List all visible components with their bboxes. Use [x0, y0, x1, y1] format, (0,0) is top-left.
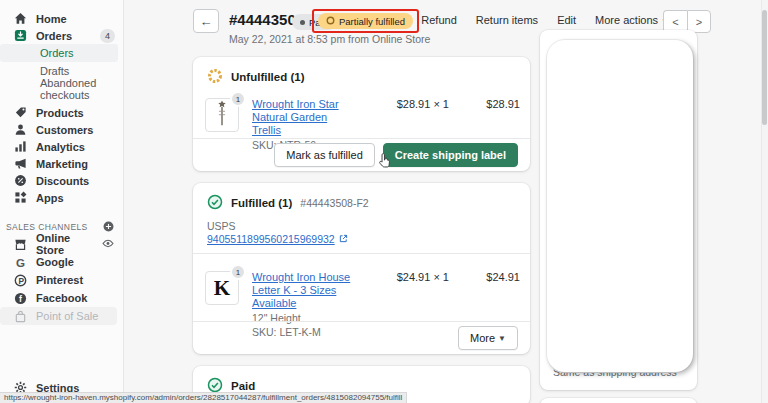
sidebar-item-label: Pinterest	[36, 274, 83, 286]
sidebar-item-apps[interactable]: Apps	[0, 189, 123, 206]
fulfilled-check-icon	[207, 194, 223, 212]
refund-button[interactable]: Refund	[421, 14, 456, 26]
sidebar-item-point-of-sale[interactable]: Point of Sale	[0, 307, 117, 325]
sidebar-item-marketing[interactable]: Marketing	[0, 155, 123, 172]
unfulfilled-title: Unfulfilled (1)	[231, 71, 304, 83]
sidebar-item-home[interactable]: Home	[0, 10, 123, 27]
back-button[interactable]: ←	[193, 9, 219, 33]
more-button[interactable]: More▼	[458, 326, 518, 350]
next-card-edge	[540, 398, 697, 403]
scrollbar-thumb[interactable]	[762, 10, 767, 125]
tracking-number-link[interactable]: 9405511899560215969932	[207, 233, 348, 245]
bar-chart-icon	[13, 140, 27, 154]
product-thumbnail: K 1	[205, 271, 239, 305]
sidebar-item-label: Facebook	[36, 292, 87, 304]
facebook-icon: f	[13, 291, 27, 305]
edit-button[interactable]: Edit	[557, 14, 576, 26]
sidebar: Home Orders 4 Orders Drafts Abandoned ch…	[0, 0, 124, 403]
unfulfilled-card: Unfulfilled (1) 1 Wrought Iron Star Natu…	[193, 57, 530, 171]
sidebar-item-orders[interactable]: Orders 4	[0, 27, 123, 44]
fulfillment-status-badge: Partially fulfilled	[318, 13, 413, 29]
svg-text:G: G	[16, 256, 25, 269]
fulfillment-reference: #44443508-F2	[300, 197, 368, 209]
external-link-icon	[339, 233, 348, 245]
annotation-highlight-box: Partially fulfilled	[312, 9, 419, 33]
pos-bag-icon	[13, 309, 27, 323]
sidebar-item-label: Orders	[36, 30, 72, 42]
header-actions: Refund Return items Edit More actions▼	[421, 14, 669, 26]
sidebar-item-label: Marketing	[36, 158, 88, 170]
mark-as-fulfilled-button[interactable]: Mark as fulfilled	[274, 143, 374, 167]
home-icon	[13, 12, 27, 26]
google-icon: G	[13, 255, 27, 269]
fulfilled-card-header: Fulfilled (1) #44443508-F2	[207, 194, 369, 212]
quantity-badge: 1	[230, 264, 246, 280]
orders-count-badge: 4	[100, 29, 115, 43]
divider	[193, 253, 530, 254]
create-shipping-label-button[interactable]: Create shipping label	[383, 143, 518, 167]
product-link[interactable]: Wrought Iron House Letter K - 3 Sizes Av…	[252, 271, 358, 310]
sidebar-item-label: Online Store	[36, 232, 93, 256]
hand-cursor-icon	[378, 152, 392, 174]
unfulfilled-dashed-circle-icon	[207, 68, 223, 86]
discount-icon	[13, 174, 27, 188]
fulfilled-card: Fulfilled (1) #44443508-F2 USPS 94055118…	[193, 183, 530, 354]
unfulfilled-card-footer: Mark as fulfilled Create shipping label	[193, 138, 530, 171]
product-thumbnail: 1	[205, 98, 239, 132]
view-store-eye-icon[interactable]	[102, 238, 114, 250]
sidebar-item-label: Home	[36, 13, 67, 25]
apps-grid-icon	[13, 191, 27, 205]
line-total: $24.91	[462, 271, 520, 283]
sidebar-item-discounts[interactable]: Discounts	[0, 172, 123, 189]
sidebar-item-label: Customers	[36, 124, 93, 136]
fulfilled-title: Fulfilled (1)	[231, 197, 292, 209]
sidebar-subitem-abandoned-checkouts[interactable]: Abandoned checkouts	[0, 80, 123, 98]
sidebar-item-label: Discounts	[36, 175, 89, 187]
sidebar-item-online-store[interactable]: Online Store	[0, 235, 123, 253]
add-channel-icon[interactable]	[103, 221, 114, 234]
tracking-number: 9405511899560215969932	[207, 233, 335, 245]
sidebar-item-label: Analytics	[36, 141, 85, 153]
fulfilled-card-footer: More▼	[193, 321, 530, 354]
sidebar-item-label: Google	[36, 256, 74, 268]
status-bar-url: https://wrought-iron-haven.myshopify.com…	[0, 392, 407, 403]
return-items-button[interactable]: Return items	[476, 14, 538, 26]
sidebar-item-google[interactable]: G Google	[0, 253, 123, 271]
tag-icon	[13, 106, 27, 120]
sidebar-item-analytics[interactable]: Analytics	[0, 138, 123, 155]
sidebar-item-products[interactable]: Products	[0, 104, 123, 121]
pinterest-icon: P	[13, 273, 27, 287]
megaphone-icon	[13, 157, 27, 171]
paid-dot-icon	[300, 20, 305, 25]
chevron-down-icon: ▼	[498, 334, 506, 343]
sidebar-subitem-orders[interactable]: Orders	[0, 44, 118, 62]
line-total: $28.91	[462, 98, 520, 110]
store-icon	[13, 237, 27, 251]
product-link[interactable]: Wrought Iron Star Natural Garden Trellis	[252, 98, 358, 137]
sidebar-item-label: Point of Sale	[36, 310, 98, 322]
orders-icon	[13, 29, 27, 43]
letter-k-product-image: K	[214, 276, 230, 301]
person-icon	[13, 123, 27, 137]
partial-circle-icon	[326, 16, 335, 27]
sidebar-item-label: Apps	[36, 192, 64, 204]
sidebar-item-label: Products	[36, 107, 84, 119]
sidebar-item-customers[interactable]: Customers	[0, 121, 123, 138]
fulfillment-badge-label: Partially fulfilled	[339, 16, 405, 27]
carrier-name: USPS	[207, 220, 236, 232]
more-actions-button[interactable]: More actions▼	[595, 14, 669, 26]
line-price: $24.91 × 1	[371, 271, 449, 283]
sales-channels-label: SALES CHANNELS	[6, 222, 88, 232]
sidebar-item-pinterest[interactable]: P Pinterest	[0, 271, 123, 289]
svg-text:P: P	[18, 275, 24, 285]
paid-title: Paid	[231, 380, 255, 392]
svg-text:f: f	[19, 294, 22, 304]
order-subtitle: May 22, 2021 at 8:53 pm from Online Stor…	[229, 33, 430, 45]
redaction-overlay	[547, 40, 693, 372]
quantity-badge: 1	[230, 91, 246, 107]
sidebar-item-facebook[interactable]: f Facebook	[0, 289, 123, 307]
line-price: $28.91 × 1	[371, 98, 449, 110]
unfulfilled-card-header: Unfulfilled (1)	[207, 68, 304, 86]
